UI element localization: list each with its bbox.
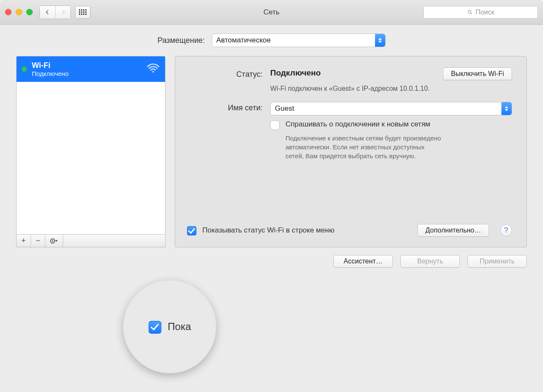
ask-join-checkbox[interactable] [270, 120, 280, 130]
network-item-wifi[interactable]: Wi-Fi Подключено [17, 56, 165, 82]
ask-join-description: Подключение к известным сетям будет прои… [285, 134, 442, 160]
search-icon [467, 9, 473, 15]
network-status: Подключено [32, 70, 141, 77]
chevron-right-icon [60, 9, 66, 15]
location-value: Автоматическое [216, 36, 271, 45]
apply-button[interactable]: Применить [467, 255, 527, 268]
magnifier-overlay: Пока [123, 280, 216, 373]
remove-network-button[interactable]: − [31, 235, 45, 247]
titlebar: Сеть Поиск [0, 0, 543, 25]
status-description: Wi-Fi подключен к «Guest» с IP-адресом 1… [270, 84, 440, 93]
status-label: Статус: [187, 68, 270, 93]
gear-dropdown-icon [50, 238, 59, 244]
bottom-options: Показывать статус Wi-Fi в строке меню До… [187, 224, 512, 237]
location-row: Размещение: Автоматическое [0, 25, 543, 56]
grid-icon [79, 9, 87, 15]
location-label: Размещение: [157, 36, 204, 45]
magnified-text: Пока [168, 321, 191, 333]
network-list[interactable]: Wi-Fi Подключено [16, 56, 165, 235]
window-title: Сеть [263, 8, 280, 17]
turn-off-wifi-button[interactable]: Выключить Wi-Fi [443, 67, 512, 80]
ask-join-label: Спрашивать о подключении к новым сетям [285, 120, 512, 129]
sidebar-toolbar: + − [16, 235, 165, 247]
minimize-button[interactable] [16, 9, 22, 15]
network-name-label: Имя сети: [187, 102, 270, 160]
network-name-value: Guest [275, 104, 294, 113]
show-status-label: Показывать статус Wi-Fi в строке меню [202, 226, 334, 235]
wifi-icon [146, 62, 160, 77]
svg-point-1 [152, 71, 154, 73]
network-preferences-window: Сеть Поиск Размещение: Автоматическое Wi… [0, 0, 543, 392]
back-button[interactable] [40, 6, 55, 19]
network-labels: Wi-Fi Подключено [32, 61, 141, 77]
nav-back-forward [39, 6, 71, 19]
location-select[interactable]: Автоматическое [212, 34, 386, 47]
network-name-select[interactable]: Guest [270, 102, 512, 115]
help-button[interactable]: ? [500, 224, 512, 236]
search-field[interactable]: Поиск [423, 6, 538, 19]
content-area: Wi-Fi Подключено + − [0, 56, 543, 247]
window-controls [5, 9, 33, 15]
sidebar: Wi-Fi Подключено + − [16, 56, 165, 247]
chevron-left-icon [45, 9, 50, 15]
ask-join-row: Спрашивать о подключении к новым сетям П… [270, 120, 512, 160]
select-arrows-icon [375, 34, 385, 47]
zoom-button[interactable] [26, 9, 33, 15]
status-dot-connected-icon [22, 67, 27, 72]
network-name: Wi-Fi [32, 61, 141, 70]
magnified-checkbox-icon [148, 321, 161, 334]
forward-button[interactable] [55, 6, 70, 19]
show-all-button[interactable] [75, 6, 90, 19]
select-arrows-icon [501, 102, 512, 115]
search-placeholder: Поиск [476, 8, 494, 16]
footer: Ассистент… Вернуть Применить [0, 247, 543, 268]
svg-point-3 [52, 240, 53, 242]
network-name-row: Имя сети: Guest Спрашивать о подключении… [187, 102, 512, 160]
close-button[interactable] [5, 9, 11, 15]
assistant-button[interactable]: Ассистент… [333, 255, 393, 268]
network-options-button[interactable] [45, 235, 63, 247]
show-status-checkbox[interactable] [187, 226, 196, 235]
advanced-button[interactable]: Дополнительно… [417, 224, 489, 237]
svg-point-0 [468, 10, 471, 13]
detail-panel: Выключить Wi-Fi Статус: Подключено Wi-Fi… [175, 56, 527, 247]
add-network-button[interactable]: + [17, 235, 31, 247]
revert-button[interactable]: Вернуть [400, 255, 460, 268]
